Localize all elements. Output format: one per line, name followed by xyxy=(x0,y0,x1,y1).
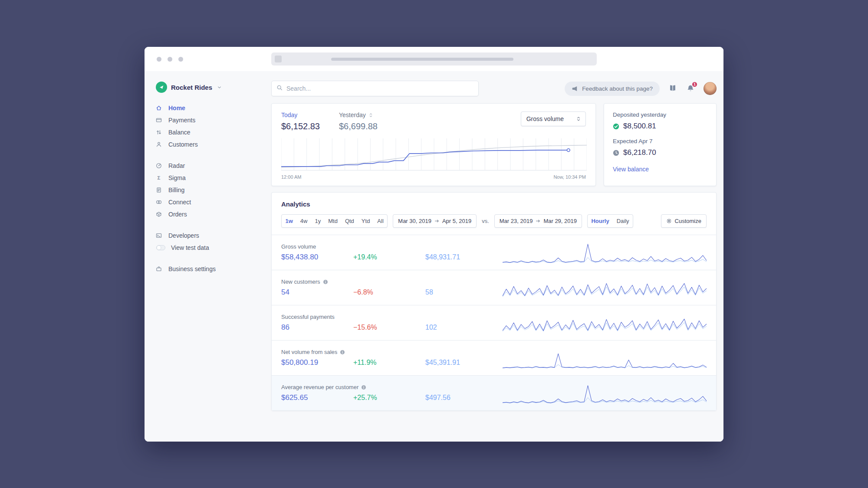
info-icon[interactable] xyxy=(361,385,366,390)
sidebar-item-label: Billing xyxy=(168,187,184,193)
range-tab-all[interactable]: All xyxy=(374,215,387,227)
search-box[interactable] xyxy=(271,81,479,96)
yesterday-value: $6,699.88 xyxy=(339,121,378,131)
expected-label: Expected Apr 7 xyxy=(613,138,707,144)
metric-label: Successful payments xyxy=(281,314,335,320)
granularity-tab-daily[interactable]: Daily xyxy=(613,215,633,227)
sidebar-item-balance[interactable]: Balance xyxy=(156,126,262,138)
metric-details: New customers54−6.8%58 xyxy=(281,278,503,297)
sidebar-group: DevelopersView test data xyxy=(156,229,262,254)
x-axis-start-label: 12:00 AM xyxy=(281,174,301,180)
metric-delta: −15.6% xyxy=(353,324,425,331)
arrow-right-icon xyxy=(434,219,439,223)
toggle-icon[interactable] xyxy=(156,244,166,251)
customize-button[interactable]: Customize xyxy=(661,214,707,228)
yesterday-tab[interactable]: Yesterday xyxy=(339,111,378,118)
metric-row-new-customers[interactable]: New customers54−6.8%58 xyxy=(272,270,716,305)
vs-label: vs. xyxy=(482,218,489,224)
date-range-current-start: Mar 30, 2019 xyxy=(398,218,431,224)
metric-previous-value: $48,931.71 xyxy=(425,253,460,261)
sidebar-item-radar[interactable]: Radar xyxy=(156,160,262,172)
metric-value: 54 xyxy=(281,288,353,297)
metric-details: Gross volume$58,438.80+19.4%$48,931.71 xyxy=(281,243,503,262)
range-tab-qtd[interactable]: Qtd xyxy=(341,215,358,227)
avatar[interactable] xyxy=(704,82,717,95)
brand-logo-icon xyxy=(156,82,167,93)
sidebar-item-label: Balance xyxy=(168,129,191,136)
metric-label-row: Successful payments xyxy=(281,314,503,320)
sidebar-item-business-settings[interactable]: Business settings xyxy=(156,263,262,275)
sidebar-item-orders[interactable]: Orders xyxy=(156,208,262,220)
metric-details: Net volume from sales$50,800.19+11.9%$45… xyxy=(281,349,503,367)
granularity-tab-hourly[interactable]: Hourly xyxy=(588,215,613,227)
sidebar-group: Business settings xyxy=(156,263,262,275)
range-tab-1y[interactable]: 1y xyxy=(311,215,325,227)
info-icon[interactable] xyxy=(323,279,328,285)
balance-card: Deposited yesterday $8,500.81 Expected A… xyxy=(604,103,717,186)
metric-row-average-revenue-per-customer[interactable]: Average revenue per customer$625.65+25.7… xyxy=(272,375,716,410)
metric-details: Successful payments86−15.6%102 xyxy=(281,314,503,332)
feedback-button[interactable]: Feedback about this page? xyxy=(565,82,660,96)
metric-delta: +19.4% xyxy=(353,253,425,261)
radar-icon xyxy=(156,163,163,169)
metric-row-net-volume-from-sales[interactable]: Net volume from sales$50,800.19+11.9%$45… xyxy=(272,340,716,375)
range-tab-mtd[interactable]: Mtd xyxy=(325,215,342,227)
account-switcher[interactable]: Rocket Rides xyxy=(156,82,262,93)
settings-icon xyxy=(156,266,163,272)
sidebar-item-sigma[interactable]: ΣSigma xyxy=(156,172,262,184)
deposited-value: $8,500.81 xyxy=(623,122,656,131)
date-range-current[interactable]: Mar 30, 2019 Apr 5, 2019 xyxy=(393,214,477,228)
range-tab-1w[interactable]: 1w xyxy=(282,215,296,227)
notifications-button[interactable]: 1 xyxy=(686,83,695,94)
metric-value: 86 xyxy=(281,323,353,332)
brand-name: Rocket Rides xyxy=(171,84,212,91)
metric-delta: +11.9% xyxy=(353,359,425,367)
deposited-label: Deposited yesterday xyxy=(613,111,707,118)
metric-value: $50,800.19 xyxy=(281,358,353,367)
today-value: $6,152.83 xyxy=(281,121,320,131)
select-updown-icon xyxy=(576,116,581,121)
metric-select[interactable]: Gross volume xyxy=(521,111,586,126)
window-control-dot[interactable] xyxy=(157,57,161,62)
window-control-dot[interactable] xyxy=(168,57,172,62)
analytics-title: Analytics xyxy=(272,193,716,214)
range-tab-4w[interactable]: 4w xyxy=(296,215,311,227)
megaphone-icon xyxy=(572,85,578,92)
today-tab[interactable]: Today xyxy=(281,111,320,118)
info-icon[interactable] xyxy=(340,350,345,355)
sidebar-item-billing[interactable]: Billing xyxy=(156,184,262,196)
sidebar-item-payments[interactable]: Payments xyxy=(156,114,262,126)
sidebar-item-customers[interactable]: Customers xyxy=(156,138,262,151)
overview-row: Today $6,152.83 Yesterday $6,699.88 xyxy=(271,103,717,186)
metric-label: Gross volume xyxy=(281,243,316,250)
metric-row-successful-payments[interactable]: Successful payments86−15.6%102 xyxy=(272,305,716,340)
search-input[interactable] xyxy=(286,85,473,92)
metric-select-value: Gross volume xyxy=(526,115,564,122)
window-control-dot[interactable] xyxy=(178,57,183,62)
range-selector: 1w4w1yMtdQtdYtdAll xyxy=(281,214,388,228)
sidebar-item-developers[interactable]: Developers xyxy=(156,229,262,242)
metric-previous-value: 102 xyxy=(425,324,437,331)
sidebar-item-view-test-data[interactable]: View test data xyxy=(156,242,262,254)
view-balance-link[interactable]: View balance xyxy=(613,166,649,173)
date-range-compare[interactable]: Mar 23, 2019 Mar 29, 2019 xyxy=(494,214,582,228)
sidebar-item-label: Connect xyxy=(168,199,191,206)
metric-row-gross-volume[interactable]: Gross volume$58,438.80+19.4%$48,931.71 xyxy=(272,235,716,270)
chevron-down-icon xyxy=(217,85,222,90)
feedback-label: Feedback about this page? xyxy=(582,85,653,92)
address-bar[interactable] xyxy=(271,52,597,66)
desktop-background: Rocket Rides HomePaymentsBalanceCustomer… xyxy=(0,0,868,488)
metric-value: $625.65 xyxy=(281,393,353,402)
metric-details: Average revenue per customer$625.65+25.7… xyxy=(281,384,503,402)
metric-values: 54−6.8%58 xyxy=(281,288,503,297)
window-controls[interactable] xyxy=(157,57,183,62)
sidebar-item-home[interactable]: Home xyxy=(156,102,262,114)
metric-delta: +25.7% xyxy=(353,394,425,402)
docs-button[interactable] xyxy=(668,83,677,94)
metric-values: $58,438.80+19.4%$48,931.71 xyxy=(281,253,503,262)
sidebar-item-label: View test data xyxy=(171,244,209,251)
overview-header: Today $6,152.83 Yesterday $6,699.88 xyxy=(281,111,586,131)
sidebar-item-connect[interactable]: Connect xyxy=(156,196,262,208)
range-tab-ytd[interactable]: Ytd xyxy=(358,215,374,227)
metric-sparkline xyxy=(503,311,707,334)
